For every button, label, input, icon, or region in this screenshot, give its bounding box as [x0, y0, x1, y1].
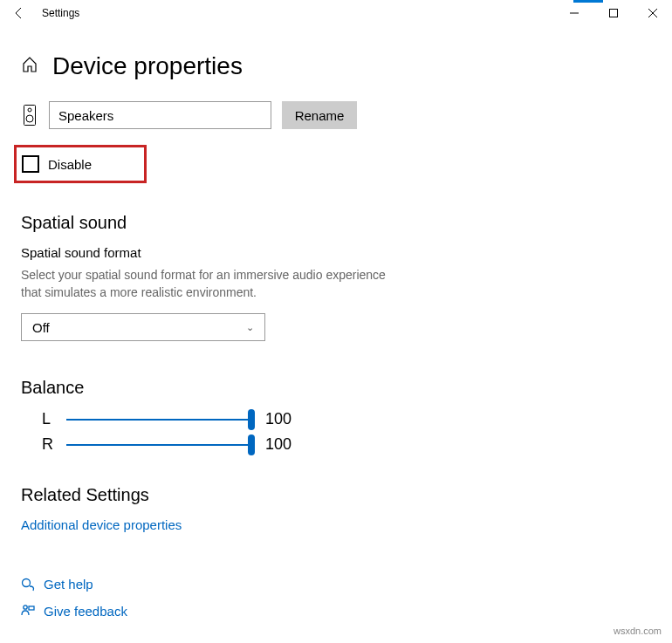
balance-left-slider[interactable]	[66, 419, 251, 421]
disable-checkbox[interactable]	[22, 155, 39, 173]
rename-button[interactable]: Rename	[282, 101, 357, 129]
balance-left-value: 100	[265, 410, 291, 428]
device-row: Rename	[21, 101, 651, 129]
window-title: Settings	[38, 7, 79, 19]
additional-device-properties-link[interactable]: Additional device properties	[21, 517, 651, 532]
svg-point-8	[24, 605, 27, 608]
balance-right-label: R	[42, 435, 52, 454]
home-icon[interactable]	[21, 56, 38, 77]
spatial-sound-heading: Spatial sound	[21, 213, 651, 233]
maximize-button[interactable]	[593, 0, 633, 26]
spatial-sound-selected: Off	[32, 320, 50, 335]
device-name-input[interactable]	[49, 101, 271, 129]
disable-label: Disable	[48, 157, 92, 172]
feedback-icon	[21, 605, 35, 619]
svg-rect-1	[609, 10, 617, 17]
chevron-down-icon: ⌄	[246, 322, 254, 333]
spatial-sound-select[interactable]: Off ⌄	[21, 313, 265, 341]
balance-left-row: L 100	[21, 410, 651, 428]
spatial-sound-description: Select your spatial sound format for an …	[21, 267, 405, 301]
balance-left-label: L	[42, 410, 52, 428]
spatial-sound-subhead: Spatial sound format	[21, 245, 651, 260]
svg-point-5	[28, 108, 31, 112]
svg-point-6	[26, 115, 33, 122]
back-button[interactable]	[0, 0, 38, 26]
watermark: wsxdn.com	[614, 626, 662, 636]
speaker-icon	[21, 103, 38, 127]
page-header: Device properties	[0, 26, 672, 101]
balance-right-value: 100	[265, 435, 291, 454]
get-help-link[interactable]: Get help	[21, 577, 127, 592]
related-settings: Related Settings Additional device prope…	[21, 485, 651, 532]
slider-thumb[interactable]	[248, 409, 255, 430]
help-icon	[21, 578, 35, 592]
related-heading: Related Settings	[21, 485, 651, 505]
svg-rect-9	[29, 606, 34, 610]
close-button[interactable]	[633, 0, 672, 26]
minimize-icon	[570, 9, 579, 17]
balance-right-slider[interactable]	[66, 444, 251, 446]
balance-right-row: R 100	[21, 435, 651, 454]
svg-point-7	[23, 578, 31, 586]
maximize-icon	[609, 9, 618, 17]
titlebar: Settings	[0, 0, 672, 26]
arrow-left-icon	[12, 6, 26, 20]
footer-links: Get help Give feedback	[21, 577, 127, 631]
close-icon	[648, 9, 657, 17]
slider-thumb[interactable]	[248, 434, 255, 455]
disable-highlight: Disable	[14, 145, 147, 183]
give-feedback-link[interactable]: Give feedback	[21, 604, 127, 619]
balance-heading: Balance	[21, 378, 651, 398]
page-title: Device properties	[52, 52, 243, 80]
minimize-button[interactable]	[554, 0, 593, 26]
